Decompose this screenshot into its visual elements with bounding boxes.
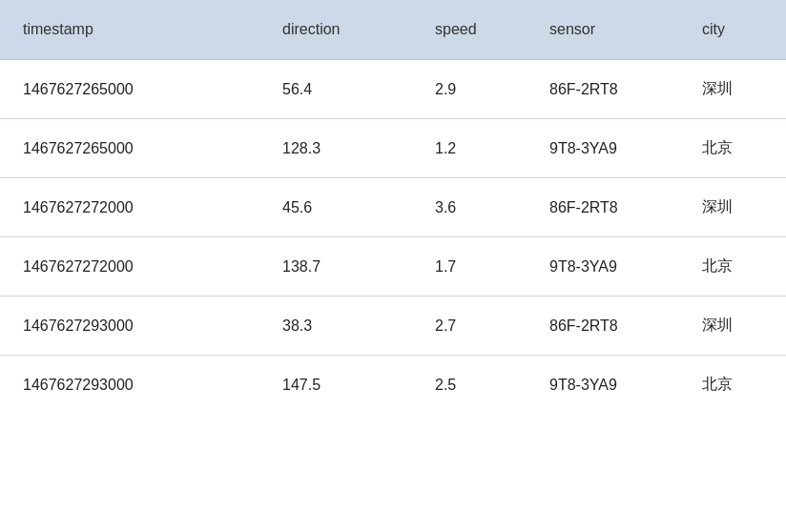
cell-speed: 2.5	[420, 356, 534, 415]
cell-speed: 1.2	[420, 119, 534, 178]
col-header-city: city	[687, 0, 786, 60]
cell-timestamp: 1467627293000	[0, 356, 267, 415]
header-row: timestamp direction speed sensor city	[0, 0, 786, 60]
cell-city: 深圳	[687, 297, 786, 356]
table-row: 146762729300038.32.786F-2RT8深圳	[0, 297, 786, 356]
cell-timestamp: 1467627265000	[0, 60, 267, 119]
col-header-speed: speed	[420, 0, 534, 60]
cell-city: 深圳	[687, 60, 786, 119]
col-header-timestamp: timestamp	[0, 0, 267, 60]
cell-speed: 3.6	[420, 178, 534, 237]
cell-direction: 45.6	[267, 178, 420, 237]
cell-city: 北京	[687, 119, 786, 178]
cell-direction: 128.3	[267, 119, 420, 178]
cell-direction: 138.7	[267, 237, 420, 297]
table-row: 146762726500056.42.986F-2RT8深圳	[0, 60, 786, 119]
cell-sensor: 9T8-3YA9	[534, 119, 687, 178]
cell-timestamp: 1467627265000	[0, 119, 267, 178]
cell-city: 北京	[687, 356, 786, 415]
cell-timestamp: 1467627272000	[0, 237, 267, 297]
cell-direction: 147.5	[267, 356, 420, 415]
table-row: 1467627293000147.52.59T8-3YA9北京	[0, 356, 786, 415]
cell-sensor: 9T8-3YA9	[534, 237, 687, 297]
cell-city: 深圳	[687, 178, 786, 237]
cell-sensor: 86F-2RT8	[534, 60, 687, 119]
col-header-sensor: sensor	[534, 0, 687, 60]
cell-timestamp: 1467627293000	[0, 297, 267, 356]
cell-direction: 56.4	[267, 60, 420, 119]
cell-speed: 2.9	[420, 60, 534, 119]
table-row: 146762727200045.63.686F-2RT8深圳	[0, 178, 786, 237]
col-header-direction: direction	[267, 0, 420, 60]
cell-direction: 38.3	[267, 297, 420, 356]
data-table: timestamp direction speed sensor city 14…	[0, 0, 786, 414]
cell-speed: 2.7	[420, 297, 534, 356]
table-body: 146762726500056.42.986F-2RT8深圳1467627265…	[0, 60, 786, 415]
cell-speed: 1.7	[420, 237, 534, 297]
data-table-container: timestamp direction speed sensor city 14…	[0, 0, 786, 532]
cell-sensor: 86F-2RT8	[534, 178, 687, 237]
table-row: 1467627272000138.71.79T8-3YA9北京	[0, 237, 786, 297]
cell-sensor: 9T8-3YA9	[534, 356, 687, 415]
cell-timestamp: 1467627272000	[0, 178, 267, 237]
table-row: 1467627265000128.31.29T8-3YA9北京	[0, 119, 786, 178]
cell-city: 北京	[687, 237, 786, 297]
table-header: timestamp direction speed sensor city	[0, 0, 786, 60]
cell-sensor: 86F-2RT8	[534, 297, 687, 356]
